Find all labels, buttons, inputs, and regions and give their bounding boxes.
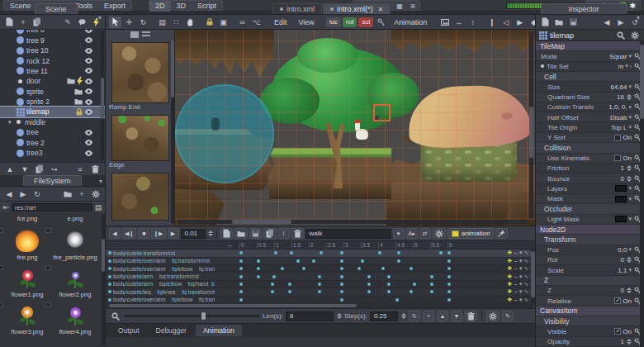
multi-edit-button[interactable]: ≡ xyxy=(74,164,86,175)
property-row[interactable]: Bounce0 xyxy=(536,174,644,183)
keyframe[interactable] xyxy=(340,259,343,263)
texture-region-button[interactable] xyxy=(438,17,451,28)
property-value[interactable]: m▾› xyxy=(618,63,632,70)
add-key-button[interactable]: ✚ xyxy=(508,273,513,280)
animation-track[interactable]: body/culete:transform/rot✚⌣▾∿▾ xyxy=(106,250,535,257)
visibility-eye-icon[interactable] xyxy=(84,130,93,135)
property-value[interactable]: ✓On xyxy=(614,328,632,335)
animation-track[interactable]: body/culete/leg__fg/knee__fg:transform/r… xyxy=(106,288,535,296)
viewport-menu-animation[interactable]: Animation xyxy=(389,18,432,26)
keyframe[interactable] xyxy=(413,283,416,286)
property-row[interactable]: Layers▾ xyxy=(536,184,644,194)
scene-tree-row[interactable]: tree 10 xyxy=(0,45,105,55)
spinner[interactable] xyxy=(627,339,632,345)
tile-thumbnail[interactable] xyxy=(111,115,169,161)
property-value[interactable]: 64,64▾ xyxy=(610,83,632,91)
clear-bones-button[interactable]: ⌥ xyxy=(250,17,263,28)
inspector-tools-button[interactable] xyxy=(629,30,641,41)
viewport-vscrollbar[interactable] xyxy=(529,32,533,218)
keyframe[interactable] xyxy=(447,275,451,278)
scene-tree-row[interactable]: door xyxy=(0,76,105,86)
key-loc-toggle[interactable]: loc xyxy=(326,17,341,27)
scene-tree-scrollbar[interactable] xyxy=(101,31,104,160)
add-key-button[interactable]: ✚ xyxy=(508,297,513,303)
wrap-mode-button[interactable]: ∿ xyxy=(524,273,529,280)
anim-time-field[interactable]: 0.01 xyxy=(181,229,206,239)
rotate-tool-button[interactable]: ↻ xyxy=(137,17,149,28)
keyframe[interactable] xyxy=(397,251,400,254)
keyframe[interactable] xyxy=(288,290,291,293)
remote-deploy-button[interactable]: ≋ xyxy=(406,1,419,12)
file-item[interactable]: flower2.png xyxy=(52,265,98,298)
file-item[interactable]: fire_particle.png xyxy=(52,228,98,261)
keyframe[interactable] xyxy=(430,290,433,293)
ease-curve-button[interactable]: ⌣ xyxy=(514,258,518,264)
anim-rename-button[interactable]: I xyxy=(278,228,290,239)
v-guides-button[interactable]: ↕ xyxy=(466,17,479,28)
visibility-eye-icon[interactable] xyxy=(84,37,93,43)
checkbox[interactable] xyxy=(614,154,621,161)
ease-dropdown[interactable]: ▾ xyxy=(519,281,523,288)
mode-tab-script[interactable]: Script xyxy=(192,1,222,12)
keyframe[interactable] xyxy=(281,267,284,270)
group-row[interactable]: Collision xyxy=(536,143,644,153)
ease-dropdown[interactable]: ▾ xyxy=(519,297,523,303)
connect-signal-button[interactable]: ✎ xyxy=(62,17,73,28)
spinner[interactable] xyxy=(627,176,632,182)
filesystem-dock-tab[interactable]: FileSystem xyxy=(23,175,82,186)
add-key-button[interactable]: ✚ xyxy=(508,250,513,256)
folder-icon[interactable] xyxy=(74,88,83,95)
keyframe[interactable] xyxy=(239,275,243,278)
load-resource-button[interactable] xyxy=(553,17,565,28)
file-item[interactable]: e.png xyxy=(52,214,98,224)
step-spinner[interactable] xyxy=(401,313,406,319)
keyframe[interactable] xyxy=(430,275,433,278)
reparent-node-button[interactable]: ↪ xyxy=(49,164,60,175)
keyframe[interactable] xyxy=(340,267,343,270)
mode-tab-3d[interactable]: 3D xyxy=(171,1,192,12)
filesystem-scrollbar[interactable] xyxy=(102,214,105,345)
history-forward-button[interactable]: ▶ xyxy=(615,17,627,28)
keyframe[interactable] xyxy=(378,251,381,254)
fs-add-button[interactable]: + xyxy=(76,188,88,200)
move-tool-button[interactable]: ✛ xyxy=(123,17,135,28)
move-node-down-button[interactable]: ▼ xyxy=(19,164,31,175)
anim-name-dropdown[interactable]: ▾ xyxy=(393,228,405,239)
spinner[interactable] xyxy=(627,288,632,293)
fs-settings-button[interactable] xyxy=(90,188,102,200)
bitmask-field[interactable] xyxy=(615,196,627,202)
visibility-eye-icon[interactable] xyxy=(84,68,93,74)
ruler-ticks[interactable]: 00.511.522.533.544.555.56 xyxy=(236,241,535,249)
visibility-eye-icon[interactable] xyxy=(84,58,93,64)
checkbox[interactable] xyxy=(614,135,621,141)
spinner[interactable] xyxy=(627,257,632,263)
keyframe[interactable] xyxy=(447,290,451,293)
scene-tree-row[interactable]: tree 9 xyxy=(0,36,105,45)
ease-dropdown[interactable]: ▾ xyxy=(519,250,523,256)
visibility-eye-icon[interactable] xyxy=(84,99,93,105)
property-value[interactable]: 0 xyxy=(621,175,632,183)
keyframe[interactable] xyxy=(312,259,315,263)
make-bones-button[interactable]: ∞ xyxy=(236,17,249,28)
wrap-mode-button[interactable]: ∿ xyxy=(524,250,529,256)
tile-thumbnail[interactable] xyxy=(111,42,169,103)
scene-tree-row[interactable]: tree 11 xyxy=(0,66,105,76)
timeline-zoom-slider[interactable] xyxy=(124,315,260,317)
property-row[interactable]: Opacity1 xyxy=(536,337,644,347)
anim-load-button[interactable] xyxy=(234,228,248,239)
keyframe[interactable] xyxy=(239,298,243,302)
palette-scrollbar[interactable] xyxy=(171,40,174,224)
scene-tree-row[interactable]: tilemap xyxy=(0,107,105,116)
menu-scene[interactable]: Scene xyxy=(4,1,37,12)
move-node-up-button[interactable]: ▲ xyxy=(4,164,16,175)
add-key-button[interactable]: ✚ xyxy=(508,288,513,295)
property-value[interactable]: 16 xyxy=(617,93,632,101)
keyframe[interactable] xyxy=(367,290,371,293)
anim-delete-button[interactable] xyxy=(291,228,304,239)
history-back-button[interactable]: ◀ xyxy=(601,17,613,28)
inspector-dock-tab[interactable]: Inspector xyxy=(541,3,627,14)
keyframe[interactable] xyxy=(340,290,343,293)
property-row[interactable]: Tile Setm▾› xyxy=(536,62,644,72)
path-field[interactable]: res://art xyxy=(12,203,92,212)
file-item[interactable]: fire.png xyxy=(4,228,50,261)
